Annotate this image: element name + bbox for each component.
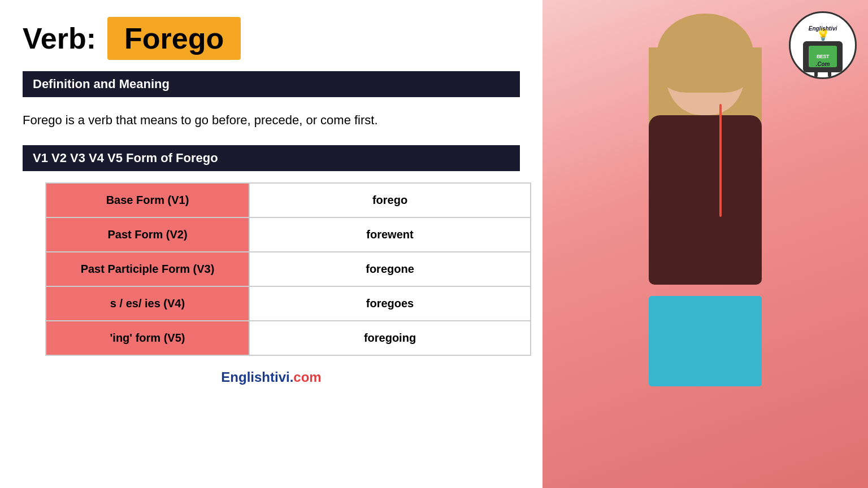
book bbox=[649, 296, 762, 386]
table-row: s / es/ ies (V4)foregoes bbox=[46, 286, 531, 321]
form-label: Past Form (V2) bbox=[46, 217, 249, 252]
form-label: s / es/ ies (V4) bbox=[46, 286, 249, 321]
vforms-header: V1 V2 V3 V4 V5 Form of Forego bbox=[23, 145, 520, 171]
form-label: 'ing' form (V5) bbox=[46, 321, 249, 355]
form-value: forego bbox=[249, 183, 531, 217]
form-value: foregone bbox=[249, 252, 531, 286]
verb-word: Forego bbox=[124, 22, 224, 55]
hair-top bbox=[657, 14, 753, 93]
definition-header: Definition and Meaning bbox=[23, 71, 520, 97]
logo-text-top: Englishtivi bbox=[791, 25, 855, 32]
brand-footer: Englishtivi.com bbox=[23, 369, 520, 385]
brand-blue-text: Englishtivi bbox=[221, 369, 289, 385]
brand-red-text: com bbox=[293, 369, 321, 385]
form-value: foregoing bbox=[249, 321, 531, 355]
table-row: Past Form (V2)forewent bbox=[46, 217, 531, 252]
body bbox=[649, 115, 762, 285]
form-label: Past Participle Form (V3) bbox=[46, 252, 249, 286]
earphone-wire bbox=[719, 104, 722, 217]
logo-text-bottom: .Com bbox=[791, 61, 855, 67]
logo-tv-leg-right bbox=[828, 72, 831, 77]
right-panel: Englishtivi 💡 BEST .Com bbox=[542, 0, 868, 488]
logo-tv-leg-left bbox=[814, 72, 818, 77]
left-panel: Verb: Forego Definition and Meaning Fore… bbox=[0, 0, 542, 488]
verb-prefix-label: Verb: bbox=[23, 21, 96, 55]
definition-text: Forego is a verb that means to go before… bbox=[23, 111, 520, 129]
table-row: Base Form (V1)forego bbox=[46, 183, 531, 217]
table-row: Past Participle Form (V3)foregone bbox=[46, 252, 531, 286]
verb-forms-table: Base Form (V1)foregoPast Form (V2)forewe… bbox=[45, 182, 531, 356]
form-label: Base Form (V1) bbox=[46, 183, 249, 217]
verb-header: Verb: Forego bbox=[23, 17, 520, 60]
table-row: 'ing' form (V5)foregoing bbox=[46, 321, 531, 355]
logo-tv-legs bbox=[809, 72, 837, 77]
logo-circle: Englishtivi 💡 BEST .Com bbox=[789, 11, 857, 79]
logo-tv: BEST bbox=[803, 41, 843, 72]
form-value: forewent bbox=[249, 217, 531, 252]
form-value: foregoes bbox=[249, 286, 531, 321]
verb-word-box: Forego bbox=[107, 17, 241, 60]
